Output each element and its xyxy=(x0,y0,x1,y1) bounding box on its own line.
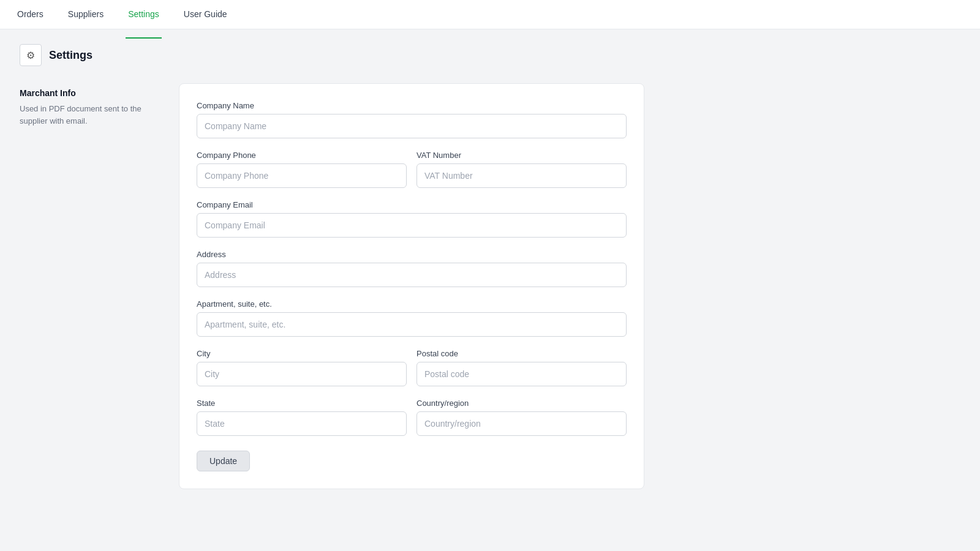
state-country-row: State Country/region xyxy=(197,399,627,448)
page-title: Settings xyxy=(49,49,92,62)
country-group: Country/region xyxy=(417,399,627,436)
city-label: City xyxy=(197,349,407,358)
vat-number-label: VAT Number xyxy=(417,151,627,160)
address-input[interactable] xyxy=(197,263,627,287)
country-label: Country/region xyxy=(417,399,627,408)
postal-label: Postal code xyxy=(417,349,627,358)
city-group: City xyxy=(197,349,407,386)
country-input[interactable] xyxy=(417,411,627,436)
postal-group: Postal code xyxy=(417,349,627,386)
company-name-label: Company Name xyxy=(197,101,627,110)
vat-number-group: VAT Number xyxy=(417,151,627,188)
page-header: ⚙ Settings xyxy=(20,44,960,66)
company-phone-group: Company Phone xyxy=(197,151,407,188)
postal-input[interactable] xyxy=(417,362,627,386)
address-group: Address xyxy=(197,250,627,287)
sidebar-info: Marchant Info Used in PDF document sent … xyxy=(20,83,154,489)
sidebar-section-title: Marchant Info xyxy=(20,88,154,98)
apartment-input[interactable] xyxy=(197,312,627,337)
apartment-label: Apartment, suite, etc. xyxy=(197,299,627,309)
nav-user-guide[interactable]: User Guide xyxy=(181,0,230,39)
company-email-input[interactable] xyxy=(197,213,627,238)
address-label: Address xyxy=(197,250,627,259)
city-input[interactable] xyxy=(197,362,407,386)
update-button[interactable]: Update xyxy=(197,451,250,471)
state-input[interactable] xyxy=(197,411,407,436)
top-navigation: Orders Suppliers Settings User Guide xyxy=(0,0,980,29)
company-phone-input[interactable] xyxy=(197,163,407,188)
company-name-group: Company Name xyxy=(197,101,627,138)
vat-number-input[interactable] xyxy=(417,163,627,188)
phone-vat-row: Company Phone VAT Number xyxy=(197,151,627,200)
company-name-input[interactable] xyxy=(197,114,627,138)
settings-gear-icon: ⚙ xyxy=(20,44,42,66)
merchant-info-form: Company Name Company Phone VAT Number Co… xyxy=(179,83,644,489)
sidebar-section-desc: Used in PDF document sent to the supplie… xyxy=(20,103,154,127)
nav-orders[interactable]: Orders xyxy=(15,0,46,39)
company-phone-label: Company Phone xyxy=(197,151,407,160)
city-postal-row: City Postal code xyxy=(197,349,627,399)
company-email-label: Company Email xyxy=(197,200,627,209)
apartment-group: Apartment, suite, etc. xyxy=(197,299,627,337)
company-email-group: Company Email xyxy=(197,200,627,238)
nav-settings[interactable]: Settings xyxy=(126,0,162,39)
state-group: State xyxy=(197,399,407,436)
content-area: Marchant Info Used in PDF document sent … xyxy=(20,83,960,489)
page-wrapper: ⚙ Settings Marchant Info Used in PDF doc… xyxy=(0,29,980,504)
state-label: State xyxy=(197,399,407,408)
nav-suppliers[interactable]: Suppliers xyxy=(66,0,106,39)
